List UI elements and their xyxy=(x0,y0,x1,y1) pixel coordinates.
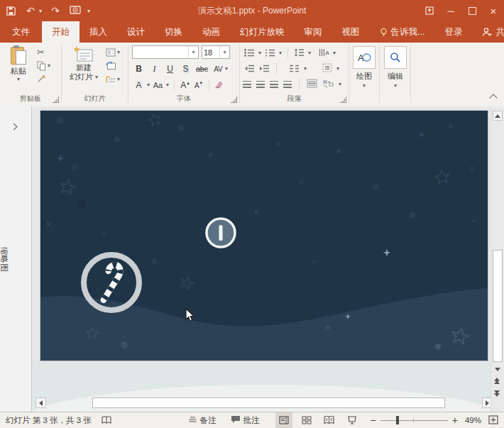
align-text-dropdown-icon[interactable]: ▾ xyxy=(336,66,339,72)
spell-check-icon[interactable] xyxy=(102,416,112,425)
undo-icon[interactable]: ↶ xyxy=(24,4,37,17)
slide[interactable] xyxy=(40,111,488,361)
underline-button[interactable]: U xyxy=(165,62,175,75)
strikethrough-button[interactable]: abc xyxy=(196,62,208,75)
shrink-font-button[interactable]: A▾ xyxy=(193,79,204,92)
share-button[interactable]: 共享 xyxy=(472,21,504,43)
paste-button[interactable]: 粘贴 ▾ xyxy=(4,46,33,82)
minimize-icon[interactable]: ─ xyxy=(440,0,461,21)
paragraph-dialog-launcher-icon[interactable] xyxy=(340,97,346,103)
font-color-button[interactable]: A xyxy=(133,79,144,92)
new-slide-dropdown-icon[interactable]: ▾ xyxy=(95,75,98,80)
drawing-dropdown-icon[interactable]: ▾ xyxy=(363,83,366,89)
view-reading-button[interactable] xyxy=(321,412,338,428)
clear-formatting-icon[interactable] xyxy=(214,79,224,92)
bullets-dropdown-icon[interactable]: ▾ xyxy=(258,50,261,56)
layout-dropdown-icon[interactable]: ▾ xyxy=(117,50,120,55)
tab-review[interactable]: 审阅 xyxy=(295,21,332,43)
text-shadow-button[interactable]: S xyxy=(180,62,191,75)
slide-counter[interactable]: 幻灯片 第 3 张，共 3 张 xyxy=(6,415,92,426)
collapse-ribbon-icon[interactable] xyxy=(489,94,497,101)
maximize-icon[interactable] xyxy=(461,0,483,21)
hscroll-right-icon[interactable] xyxy=(482,397,491,408)
vscroll-down-icon[interactable] xyxy=(493,365,503,374)
drawing-button[interactable]: A 绘图 ▾ xyxy=(354,46,375,89)
tab-view[interactable]: 视图 xyxy=(332,21,370,43)
zoom-in-icon[interactable]: + xyxy=(452,415,458,426)
tab-design[interactable]: 设计 xyxy=(117,21,155,43)
line-spacing-icon[interactable] xyxy=(294,47,305,60)
align-left-icon[interactable] xyxy=(243,81,251,88)
bullets-icon[interactable] xyxy=(244,47,255,60)
section-dropdown-icon[interactable]: ▾ xyxy=(117,77,120,82)
align-center-icon[interactable] xyxy=(256,81,265,88)
clipboard-dialog-launcher-icon[interactable] xyxy=(53,97,59,103)
section-button[interactable]: ▾ xyxy=(104,72,121,86)
smartart-icon[interactable] xyxy=(322,78,334,91)
vscroll-thumb[interactable] xyxy=(493,250,503,362)
zoom-level[interactable]: 49% xyxy=(465,416,481,424)
tab-animations[interactable]: 动画 xyxy=(192,21,230,43)
numbering-icon[interactable] xyxy=(265,47,275,60)
view-slide-sorter-button[interactable] xyxy=(298,412,315,428)
cut-button[interactable]: ✂ xyxy=(35,45,52,59)
editing-button[interactable]: 编辑 ▾ xyxy=(385,46,406,89)
font-dialog-launcher-icon[interactable] xyxy=(231,97,237,103)
thumbnail-pane-label[interactable]: 缩略图 xyxy=(0,247,9,272)
undo-dropdown-icon[interactable]: ▾ xyxy=(39,8,42,14)
format-painter-button[interactable] xyxy=(35,72,52,86)
text-direction-icon[interactable]: A xyxy=(319,47,329,60)
smartart-dropdown-icon[interactable]: ▾ xyxy=(339,82,341,87)
vscroll-up-icon[interactable] xyxy=(493,111,503,121)
change-case-button[interactable]: Aa xyxy=(153,79,163,92)
zoom-slider-thumb[interactable] xyxy=(396,416,399,424)
tab-slideshow[interactable]: 幻灯片放映 xyxy=(230,21,295,43)
copy-dropdown-icon[interactable]: ▾ xyxy=(48,63,50,69)
columns-icon[interactable] xyxy=(289,62,300,75)
text-fit-icon[interactable] xyxy=(307,78,317,91)
redo-icon[interactable]: ↷ xyxy=(49,4,62,17)
justify-icon[interactable] xyxy=(283,81,292,88)
notes-toggle[interactable]: 备注 xyxy=(188,415,217,426)
close-icon[interactable]: × xyxy=(483,0,504,21)
hscroll-thumb[interactable] xyxy=(92,397,445,408)
new-slide-button[interactable]: 新建 幻灯片▾ xyxy=(65,46,103,82)
editing-dropdown-icon[interactable]: ▾ xyxy=(394,83,397,89)
layout-button[interactable]: ▾ xyxy=(104,45,121,59)
spacing-dropdown-icon[interactable]: ▾ xyxy=(225,66,228,72)
save-icon[interactable] xyxy=(4,4,17,17)
view-normal-button[interactable] xyxy=(275,412,292,428)
tab-home[interactable]: 开始 xyxy=(42,21,80,43)
numbering-dropdown-icon[interactable]: ▾ xyxy=(279,50,282,56)
previous-slide-icon[interactable] xyxy=(494,378,500,384)
tab-transitions[interactable]: 切换 xyxy=(155,21,192,43)
tab-insert[interactable]: 插入 xyxy=(80,21,117,43)
font-color-dropdown-icon[interactable]: ▾ xyxy=(147,82,150,88)
expand-thumbnails-icon[interactable] xyxy=(11,124,18,131)
change-case-dropdown-icon[interactable]: ▾ xyxy=(166,82,169,88)
ribbon-display-options-icon[interactable] xyxy=(419,0,440,21)
text-direction-dropdown-icon[interactable]: ▾ xyxy=(333,50,336,56)
bold-button[interactable]: B xyxy=(133,62,144,75)
align-right-icon[interactable] xyxy=(270,81,278,88)
view-slideshow-button[interactable] xyxy=(344,412,361,428)
columns-dropdown-icon[interactable]: ▾ xyxy=(304,66,307,72)
font-name-combo[interactable]: ▾ xyxy=(132,45,199,59)
zoom-slider[interactable] xyxy=(380,420,448,421)
align-text-icon[interactable] xyxy=(322,62,332,75)
tab-file[interactable]: 文件 xyxy=(0,21,42,43)
grow-font-button[interactable]: A▴ xyxy=(180,79,190,92)
decrease-indent-icon[interactable] xyxy=(244,62,255,75)
paste-dropdown-icon[interactable]: ▾ xyxy=(17,77,20,82)
fit-to-window-icon[interactable] xyxy=(488,415,498,426)
tell-me-box[interactable]: 告诉我... xyxy=(370,21,435,43)
line-spacing-dropdown-icon[interactable]: ▾ xyxy=(308,50,311,56)
hscroll-left-icon[interactable] xyxy=(35,397,46,408)
reset-button[interactable] xyxy=(104,59,121,72)
character-spacing-button[interactable]: AV xyxy=(213,62,224,75)
next-slide-icon[interactable] xyxy=(494,390,500,397)
copy-button[interactable]: ▾ xyxy=(35,59,52,72)
increase-indent-icon[interactable] xyxy=(259,62,270,75)
start-slideshow-icon[interactable] xyxy=(69,4,82,17)
qat-customize-icon[interactable]: ▾ xyxy=(87,8,90,14)
